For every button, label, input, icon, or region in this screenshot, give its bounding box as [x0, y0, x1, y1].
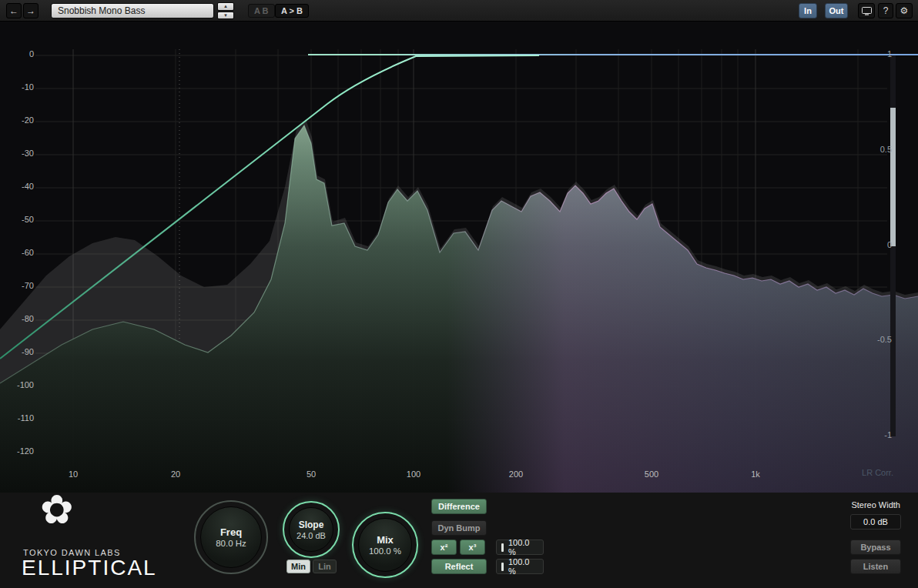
freq-tick: 20 [171, 469, 180, 479]
forward-icon: → [26, 5, 35, 16]
back-icon: ← [9, 5, 18, 16]
gain-in-button[interactable]: In [799, 3, 817, 18]
spectrum-purple-tint [447, 22, 918, 493]
stereo-width-label: Stereo Width [823, 500, 900, 509]
help-button[interactable]: ? [878, 3, 893, 18]
spectrum-analyzer-svg [0, 22, 918, 493]
db-tick: -50 [3, 215, 34, 224]
db-tick: -100 [3, 380, 34, 389]
correlation-meter-fill [890, 108, 896, 246]
display-mode-button[interactable] [858, 3, 875, 18]
toolbar: ← → Snobbish Mono Bass ▲ ▼ A B A > B In … [0, 0, 918, 22]
ab-copy-button[interactable]: A > B [275, 4, 309, 18]
mix-knob-label: Mix [377, 534, 394, 546]
step-up-icon: ▲ [223, 4, 228, 8]
gain-out-button[interactable]: Out [825, 3, 848, 18]
preset-selector[interactable]: Snobbish Mono Bass [51, 3, 214, 18]
settings-button[interactable]: ⚙ [896, 3, 913, 18]
x-amount-field[interactable]: 100.0 % [496, 540, 544, 555]
slider-indicator-icon [501, 563, 504, 571]
reflect-button[interactable]: Reflect [431, 559, 487, 574]
corr-tick: 0.5 [872, 145, 892, 154]
preset-back-button[interactable]: ← [6, 3, 22, 18]
spectrum-analyzer-display[interactable]: 0 -10 -20 -30 -40 -50 -60 -70 -80 -90 -1… [0, 22, 918, 493]
db-tick: -90 [3, 347, 34, 356]
step-down-icon: ▼ [223, 13, 228, 18]
slope-knob-value: 24.0 dB [297, 531, 326, 540]
freq-knob-label: Freq [220, 526, 242, 538]
freq-tick: 10 [69, 469, 78, 479]
db-tick: -70 [3, 281, 34, 290]
mix-knob-value: 100.0 % [369, 546, 401, 556]
db-tick: -20 [3, 115, 34, 125]
freq-tick: 50 [307, 469, 316, 479]
reflect-amount-field[interactable]: 100.0 % [496, 559, 544, 574]
db-tick: -110 [3, 413, 34, 423]
db-tick: -80 [3, 314, 34, 323]
linear-phase-toggle[interactable]: Lin [313, 560, 337, 573]
ab-compare-button[interactable]: A B [248, 4, 275, 18]
difference-button[interactable]: Difference [431, 499, 487, 514]
min-phase-toggle[interactable]: Min [286, 560, 310, 573]
preset-forward-button[interactable]: → [23, 3, 39, 18]
db-tick: -40 [3, 182, 34, 191]
corr-tick: 1 [872, 49, 892, 58]
freq-knob[interactable]: Freq 80.0 Hz [194, 500, 268, 574]
help-icon: ? [883, 5, 889, 16]
slider-indicator-icon [501, 543, 504, 552]
corr-tick: -0.5 [872, 335, 892, 344]
preset-stepper: ▲ ▼ [217, 2, 234, 19]
x2-button[interactable]: x² [431, 540, 457, 555]
dyn-bump-button[interactable]: Dyn Bump [431, 520, 487, 536]
db-tick: 0 [3, 49, 34, 58]
slope-knob[interactable]: Slope 24.0 dB [283, 501, 340, 558]
freq-tick: 500 [645, 469, 658, 479]
x3-button[interactable]: x³ [460, 540, 485, 555]
db-tick: -10 [3, 82, 34, 92]
freq-tick: 1k [751, 469, 760, 479]
product-name: ELLIPTICAL [22, 556, 157, 580]
preset-name: Snobbish Mono Bass [58, 5, 145, 16]
freq-tick: 200 [509, 469, 523, 479]
corr-axis-label: LR Corr. [836, 468, 893, 477]
db-tick: -30 [3, 149, 34, 158]
freq-knob-value: 80.0 Hz [216, 539, 246, 548]
preset-step-down-button[interactable]: ▼ [217, 12, 234, 20]
monitor-icon [862, 7, 872, 15]
corr-tick: -1 [872, 430, 892, 439]
preset-step-up-button[interactable]: ▲ [217, 2, 234, 11]
db-tick: -120 [3, 446, 34, 456]
db-tick: -60 [3, 248, 34, 257]
mix-knob[interactable]: Mix 100.0 % [352, 512, 418, 578]
stereo-width-value[interactable]: 0.0 dB [850, 514, 901, 530]
gear-icon: ⚙ [900, 5, 909, 16]
corr-tick: 0 [872, 240, 892, 249]
tdr-flower-logo-icon: ✿ [40, 489, 74, 530]
bypass-button[interactable]: Bypass [850, 540, 901, 555]
listen-button[interactable]: Listen [850, 559, 901, 574]
control-panel: ✿ TOKYO DAWN LABS ELLIPTICAL Freq 80.0 H… [0, 493, 918, 588]
freq-tick: 100 [407, 469, 420, 479]
slope-knob-label: Slope [299, 520, 324, 530]
